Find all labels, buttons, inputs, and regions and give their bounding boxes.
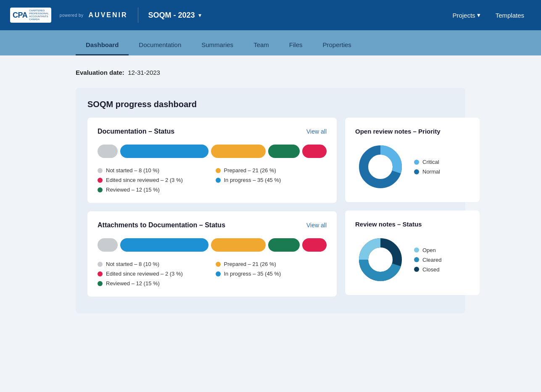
attach-legend-in-progress-text: In progress – 35 (45 %) (224, 271, 281, 277)
attach-status-title: Attachments to Documentation – Status (98, 221, 225, 229)
doc-status-title: Documentation – Status (98, 128, 174, 135)
svg-point-2 (370, 157, 391, 177)
legend-cleared: Cleared (414, 257, 442, 263)
projects-nav-link[interactable]: Projects ▾ (446, 8, 487, 22)
top-navigation: CPA CHARTEREDPROFESSIONALACCOUNTANTSCANA… (0, 0, 541, 30)
page-content: Evaluation date: 12-31-2023 SOQM progres… (0, 55, 541, 327)
templates-label: Templates (496, 12, 524, 19)
attach-dot-reviewed (98, 281, 103, 286)
projects-label: Projects (452, 12, 475, 19)
tab-documentation[interactable]: Documentation (129, 41, 191, 55)
attach-legend-in-progress: In progress – 35 (45 %) (216, 271, 327, 277)
doc-progress-bar (98, 144, 327, 159)
doc-seg-reviewed (268, 145, 300, 158)
attach-legend-not-started-text: Not started – 8 (10 %) (106, 261, 159, 267)
eval-date-value: 12-31-2023 (128, 69, 160, 76)
nav-right: Projects ▾ Templates (446, 8, 531, 22)
dot-closed (414, 267, 419, 272)
doc-view-all-link[interactable]: View all (306, 128, 327, 135)
attach-seg-in-progress (120, 238, 208, 252)
attach-legend-prepared-text: Prepared – 21 (26 %) (224, 261, 276, 267)
attach-legend-edited: Edited since reviewed – 2 (3 %) (98, 271, 209, 277)
cpa-text: CPA (13, 11, 27, 20)
chevron-down-icon: ▾ (198, 12, 201, 18)
doc-status-card: Documentation – Status View all Not s (87, 118, 337, 203)
legend-critical-text: Critical (422, 159, 439, 165)
legend-not-started: Not started – 8 (10 %) (98, 167, 209, 174)
legend-in-progress-text: In progress – 35 (45 %) (224, 177, 281, 183)
review-notes-status-card: Review notes – Status (345, 210, 480, 295)
attach-legend-edited-text: Edited since reviewed – 2 (3 %) (106, 271, 183, 277)
legend-closed-text: Closed (422, 266, 439, 273)
projects-arrow-icon: ▾ (477, 11, 480, 19)
attach-status-header: Attachments to Documentation – Status Vi… (98, 221, 327, 229)
open-review-notes-card: Open review notes – Priority (345, 118, 480, 202)
doc-seg-not-started (98, 145, 118, 158)
open-review-donut-svg (355, 142, 406, 192)
dot-prepared (216, 168, 221, 173)
doc-status-header: Documentation – Status View all (98, 128, 327, 135)
evaluation-date: Evaluation date: 12-31-2023 (76, 69, 465, 76)
legend-edited: Edited since reviewed – 2 (3 %) (98, 177, 209, 183)
main-grid: Documentation – Status View all Not s (87, 118, 454, 305)
cpa-subtext: CHARTEREDPROFESSIONALACCOUNTANTSCANADA (29, 9, 49, 21)
legend-reviewed-text: Reviewed – 12 (15 %) (106, 187, 160, 193)
attach-seg-reviewed (268, 238, 300, 252)
tab-files[interactable]: Files (279, 41, 313, 55)
right-column: Open review notes – Priority (345, 118, 480, 305)
tab-summaries[interactable]: Summaries (191, 41, 243, 55)
dot-cleared (414, 257, 419, 262)
eval-date-label: Evaluation date: (76, 69, 124, 76)
dot-in-progress (216, 178, 221, 183)
legend-closed: Closed (414, 266, 442, 273)
logo-area: CPA CHARTEREDPROFESSIONALACCOUNTANTSCANA… (10, 8, 128, 23)
legend-open-text: Open (422, 247, 436, 253)
attach-dot-not-started (98, 262, 103, 267)
attach-status-card: Attachments to Documentation – Status Vi… (87, 211, 337, 297)
attach-view-all-link[interactable]: View all (306, 222, 327, 229)
attach-dot-in-progress (216, 271, 221, 276)
cpa-logo: CPA CHARTEREDPROFESSIONALACCOUNTANTSCANA… (10, 8, 51, 23)
dot-not-started (98, 168, 103, 173)
doc-legend: Not started – 8 (10 %) Prepared – 21 (26… (98, 167, 327, 193)
legend-prepared-text: Prepared – 21 (26 %) (224, 167, 276, 174)
attach-dot-edited (98, 271, 103, 276)
project-name: SOQM - 2023 (148, 11, 195, 20)
dot-critical (414, 160, 419, 165)
legend-not-started-text: Not started – 8 (10 %) (106, 167, 159, 174)
tab-dashboard[interactable]: Dashboard (76, 41, 129, 55)
templates-nav-link[interactable]: Templates (489, 8, 531, 22)
open-review-notes-chart: Critical Normal (355, 142, 470, 192)
legend-reviewed: Reviewed – 12 (15 %) (98, 187, 209, 193)
attach-progress-bar (98, 237, 327, 253)
legend-cleared-text: Cleared (422, 257, 442, 263)
attach-legend-prepared: Prepared – 21 (26 %) (216, 261, 327, 267)
nav-divider (138, 8, 138, 23)
attach-legend-reviewed-text: Reviewed – 12 (15 %) (106, 280, 160, 287)
review-notes-status-legend: Open Cleared Closed (414, 247, 442, 273)
review-notes-chart: Open Cleared Closed (355, 234, 470, 285)
tab-properties[interactable]: Properties (312, 41, 361, 55)
dashboard-title: SOQM progress dashboard (87, 100, 454, 109)
legend-prepared: Prepared – 21 (26 %) (216, 167, 327, 174)
attach-legend-not-started: Not started – 8 (10 %) (98, 261, 209, 267)
project-selector[interactable]: SOQM - 2023 ▾ (148, 11, 201, 20)
attach-legend-reviewed: Reviewed – 12 (15 %) (98, 280, 209, 287)
dot-normal (414, 169, 419, 174)
dot-edited (98, 178, 103, 183)
dashboard-card: SOQM progress dashboard Documentation – … (76, 88, 465, 313)
sub-navigation: Dashboard Documentation Summaries Team F… (0, 30, 541, 55)
legend-in-progress: In progress – 35 (45 %) (216, 177, 327, 183)
dot-reviewed (98, 187, 103, 192)
attach-seg-edited (302, 238, 327, 252)
left-column: Documentation – Status View all Not s (87, 118, 337, 305)
attach-dot-prepared (216, 262, 221, 267)
open-review-notes-legend: Critical Normal (414, 159, 440, 175)
review-notes-status-title: Review notes – Status (355, 221, 470, 228)
tab-team[interactable]: Team (243, 41, 279, 55)
attach-seg-prepared (211, 238, 266, 252)
legend-normal-text: Normal (422, 168, 440, 175)
attach-legend: Not started – 8 (10 %) Prepared – 21 (26… (98, 261, 327, 287)
review-notes-donut-svg (355, 234, 406, 285)
doc-seg-edited (302, 145, 327, 158)
